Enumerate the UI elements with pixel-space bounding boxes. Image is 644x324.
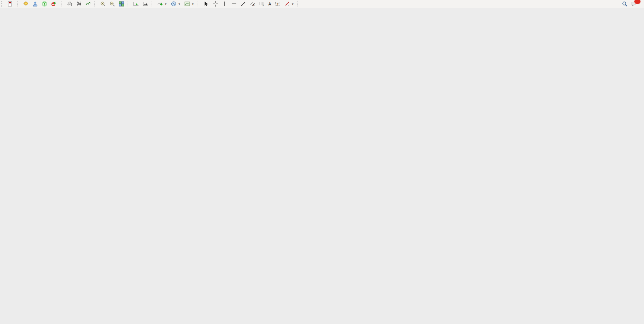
mt4-terminal-window: { "toolbar": { "new_order_label": "新订单",… — [0, 0, 644, 324]
chart-canvas[interactable] — [0, 0, 644, 324]
